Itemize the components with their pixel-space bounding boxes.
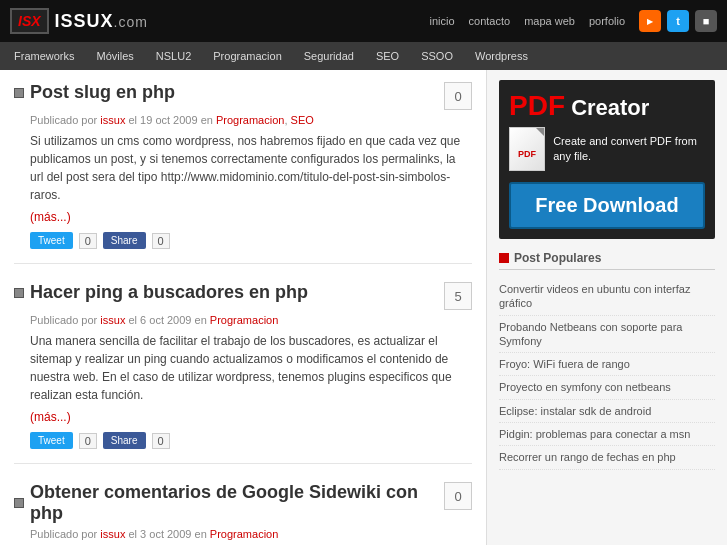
social-icons: ▸ t ■ (639, 10, 717, 32)
nav-mapa-web[interactable]: mapa web (524, 15, 575, 27)
popular-section-title: Post Populares (499, 251, 715, 270)
nav-bar: Frameworks Móviles NSLU2 Programacion Se… (0, 42, 727, 70)
pdf-title-pdf: PDF (509, 90, 565, 121)
post-2-body: Una manera sencilla de facilitar el trab… (30, 332, 472, 404)
popular-item-6: Recorrer un rango de fechas en php (499, 446, 715, 469)
nav-nslu2[interactable]: NSLU2 (146, 46, 201, 66)
rss-icon[interactable]: ▸ (639, 10, 661, 32)
post-1-icon (14, 88, 24, 98)
logo-com-text: .com (114, 14, 148, 30)
popular-link-0[interactable]: Convertir videos en ubuntu con interfaz … (499, 283, 690, 309)
post-3: Obtener comentarios de Google Sidewiki c… (14, 482, 472, 545)
nav-porfolio[interactable]: porfolio (589, 15, 625, 27)
popular-item-1: Probando Netbeans con soporte para Symfo… (499, 316, 715, 354)
popular-section: Post Populares Convertir videos en ubunt… (499, 251, 715, 470)
content-area: Post slug en php 0 Publicado por issux e… (0, 70, 487, 545)
popular-item-2: Froyo: WiFi fuera de rango (499, 353, 715, 376)
post-2-title-container: Hacer ping a buscadores en php (14, 282, 308, 303)
post-3-header: Obtener comentarios de Google Sidewiki c… (14, 482, 472, 524)
popular-link-6[interactable]: Recorrer un rango de fechas en php (499, 451, 676, 463)
pdf-icon: PDF (509, 124, 545, 174)
logo-issux-text: ISSUX (55, 11, 114, 31)
post-1: Post slug en php 0 Publicado por issux e… (14, 82, 472, 264)
post-2-tweet-button[interactable]: Tweet (30, 432, 73, 449)
popular-item-3: Proyecto en symfony con netbeans (499, 376, 715, 399)
logo-area: ISX ISSUX.com (10, 8, 148, 34)
nav-contacto[interactable]: contacto (469, 15, 511, 27)
popular-list: Convertir videos en ubuntu con interfaz … (499, 278, 715, 470)
pdf-title-creator: Creator (571, 95, 649, 120)
post-2-actions: Tweet 0 Share 0 (30, 432, 472, 449)
nav-programacion[interactable]: Programacion (203, 46, 291, 66)
main-layout: Post slug en php 0 Publicado por issux e… (0, 70, 727, 545)
post-1-meta: Publicado por issux el 19 oct 2009 en Pr… (30, 114, 472, 126)
popular-link-5[interactable]: Pidgin: problemas para conectar a msn (499, 428, 690, 440)
post-1-title-link[interactable]: Post slug en php (30, 82, 175, 103)
twitter-icon[interactable]: t (667, 10, 689, 32)
nav-wordpress[interactable]: Wordpress (465, 46, 538, 66)
post-1-share-button[interactable]: Share (103, 232, 146, 249)
post-1-actions: Tweet 0 Share 0 (30, 232, 472, 249)
post-2-author[interactable]: issux (100, 314, 125, 326)
popular-item-4: Eclipse: instalar sdk de android (499, 400, 715, 423)
nav-seguridad[interactable]: Seguridad (294, 46, 364, 66)
post-2-share-button[interactable]: Share (103, 432, 146, 449)
nav-moviles[interactable]: Móviles (87, 46, 144, 66)
logo-text: ISSUX.com (55, 11, 148, 32)
post-1-tweet-count: 0 (79, 233, 97, 249)
logo-isx: ISX (18, 13, 41, 29)
post-3-author[interactable]: issux (100, 528, 125, 540)
popular-link-4[interactable]: Eclipse: instalar sdk de android (499, 405, 651, 417)
popular-item-5: Pidgin: problemas para conectar a msn (499, 423, 715, 446)
post-1-share-count: 0 (152, 233, 170, 249)
pdf-fold (536, 128, 544, 136)
post-2-tweet-count: 0 (79, 433, 97, 449)
post-1-count: 0 (444, 82, 472, 110)
post-1-cat-2[interactable]: SEO (291, 114, 314, 126)
post-1-body: Si utilizamos un cms como wordpress, nos… (30, 132, 472, 204)
post-1-title-container: Post slug en php (14, 82, 175, 103)
post-2-title-link[interactable]: Hacer ping a buscadores en php (30, 282, 308, 303)
post-3-cat-1[interactable]: Programacion (210, 528, 278, 540)
pdf-ad-inner: PDF Create and convert PDF from any file… (509, 124, 705, 174)
nav-inicio[interactable]: inicio (429, 15, 454, 27)
pdf-ad: PDF Creator PDF Create and convert PDF f… (499, 80, 715, 239)
header: ISX ISSUX.com inicio contacto mapa web p… (0, 0, 727, 42)
other-icon[interactable]: ■ (695, 10, 717, 32)
post-2: Hacer ping a buscadores en php 5 Publica… (14, 282, 472, 464)
post-3-meta: Publicado por issux el 3 oct 2009 en Pro… (30, 528, 472, 540)
post-2-share-count: 0 (152, 433, 170, 449)
popular-link-3[interactable]: Proyecto en symfony con netbeans (499, 381, 671, 393)
top-nav: inicio contacto mapa web porfolio #top-n… (429, 10, 717, 32)
post-2-more[interactable]: (más...) (30, 410, 472, 424)
popular-icon (499, 253, 509, 263)
sidebar: PDF Creator PDF Create and convert PDF f… (487, 70, 727, 545)
pdf-tagline: Create and convert PDF from any file. (553, 134, 705, 165)
post-2-icon (14, 288, 24, 298)
nav-ssoo[interactable]: SSOO (411, 46, 463, 66)
post-1-header: Post slug en php 0 (14, 82, 472, 110)
pdf-ad-title: PDF Creator (509, 90, 705, 122)
post-2-header: Hacer ping a buscadores en php 5 (14, 282, 472, 310)
post-1-tweet-button[interactable]: Tweet (30, 232, 73, 249)
popular-item-0: Convertir videos en ubuntu con interfaz … (499, 278, 715, 316)
nav-frameworks[interactable]: Frameworks (4, 46, 85, 66)
post-1-author[interactable]: issux (100, 114, 125, 126)
logo-box: ISX (10, 8, 49, 34)
popular-link-1[interactable]: Probando Netbeans con soporte para Symfo… (499, 321, 682, 347)
post-2-count: 5 (444, 282, 472, 310)
post-2-meta: Publicado por issux el 6 oct 2009 en Pro… (30, 314, 472, 326)
post-3-title-container: Obtener comentarios de Google Sidewiki c… (14, 482, 436, 524)
nav-seo[interactable]: SEO (366, 46, 409, 66)
post-1-more[interactable]: (más...) (30, 210, 472, 224)
free-download-button[interactable]: Free Download (509, 182, 705, 229)
popular-link-2[interactable]: Froyo: WiFi fuera de rango (499, 358, 630, 370)
post-3-count: 0 (444, 482, 472, 510)
post-1-cat-1[interactable]: Programacion (216, 114, 284, 126)
post-3-icon (14, 498, 24, 508)
post-2-cat-1[interactable]: Programacion (210, 314, 278, 326)
post-3-title-link[interactable]: Obtener comentarios de Google Sidewiki c… (30, 482, 436, 524)
pdf-file-icon: PDF (509, 127, 545, 171)
